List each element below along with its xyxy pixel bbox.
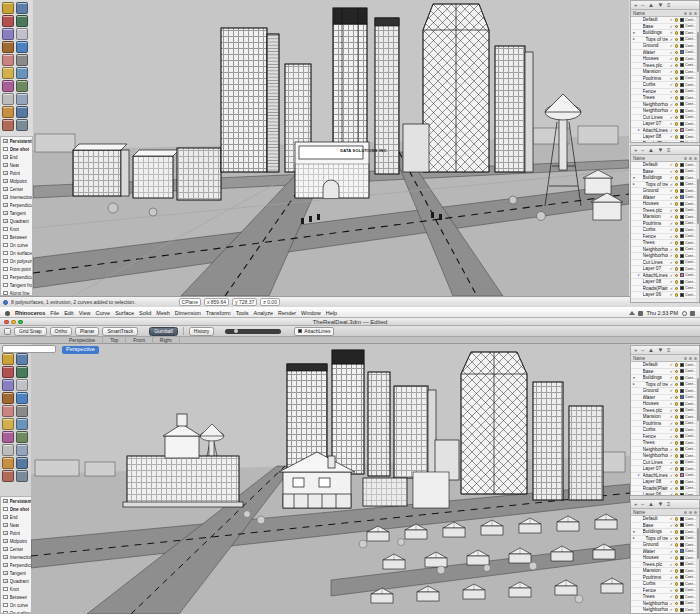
snap-toggle-button[interactable]: Ortho: [50, 327, 73, 336]
checkbox[interactable]: ✓: [3, 539, 8, 544]
osnap-item[interactable]: Knot: [1, 225, 32, 233]
layer-visibility-bulb-icon[interactable]: [675, 582, 679, 586]
layer-visibility-bulb-icon[interactable]: [675, 370, 679, 374]
layer-color-swatch[interactable]: [680, 89, 684, 93]
app-menu[interactable]: Rhinoceros: [15, 310, 45, 316]
osnap-item[interactable]: Perpendicular from: [1, 273, 32, 281]
layer-color-swatch[interactable]: [680, 293, 684, 297]
tool-icon[interactable]: [16, 379, 28, 391]
tool-icon[interactable]: [2, 392, 14, 404]
layer-visibility-bulb-icon[interactable]: [675, 524, 679, 528]
tool-icon[interactable]: [16, 28, 28, 40]
layer-color-swatch[interactable]: [680, 480, 684, 484]
layer-visibility-bulb-icon[interactable]: [675, 109, 679, 113]
menu-clock[interactable]: Thu 2:33 PM: [647, 310, 679, 316]
layer-color-swatch[interactable]: [680, 369, 684, 373]
layer-on-check[interactable]: ✓: [670, 266, 673, 271]
panel-toolbar-icon[interactable]: ▲: [648, 146, 654, 154]
layer-visibility-bulb-icon[interactable]: [675, 467, 679, 471]
layer-on-check[interactable]: ✓: [670, 581, 673, 586]
layer-color-swatch[interactable]: [680, 517, 684, 521]
osnap-item[interactable]: ✓ End: [1, 153, 32, 161]
tool-icon[interactable]: [16, 80, 28, 92]
layer-visibility-bulb-icon[interactable]: [675, 116, 679, 120]
layer-visibility-bulb-icon[interactable]: [675, 248, 679, 252]
tool-icon[interactable]: [2, 41, 14, 53]
layer-visibility-bulb-icon[interactable]: [675, 57, 679, 61]
osnap-item[interactable]: ✓ End: [1, 513, 32, 521]
panel-toolbar-icon[interactable]: +: [634, 146, 638, 154]
layer-visibility-bulb-icon[interactable]: [675, 563, 679, 567]
checkbox[interactable]: [3, 275, 8, 280]
spotlight-search-icon[interactable]: [682, 311, 687, 316]
layer-visibility-bulb-icon[interactable]: [675, 183, 679, 187]
layer-visibility-bulb-icon[interactable]: [675, 83, 679, 87]
checkbox[interactable]: ✓: [3, 579, 8, 584]
layer-visibility-bulb-icon[interactable]: [675, 209, 679, 213]
layer-color-swatch[interactable]: [680, 221, 684, 225]
layer-on-check[interactable]: ✓: [670, 460, 673, 465]
layer-color-swatch[interactable]: [680, 37, 684, 41]
menu-item[interactable]: Mesh: [156, 310, 169, 316]
viewport-perspective-city[interactable]: [31, 344, 630, 614]
layer-on-check[interactable]: ✓: [670, 175, 673, 180]
active-viewport-label[interactable]: Perspective: [62, 346, 99, 354]
layer-color-swatch[interactable]: [680, 395, 684, 399]
menu-item[interactable]: Window: [301, 310, 321, 316]
layer-on-check[interactable]: ✓: [670, 253, 673, 258]
checkbox[interactable]: [3, 507, 8, 512]
tool-icon[interactable]: [2, 54, 14, 66]
osnap-item[interactable]: Between: [1, 593, 32, 601]
checkbox[interactable]: [3, 603, 8, 608]
layer-on-check[interactable]: ✓: [670, 516, 673, 521]
layer-color-swatch[interactable]: [680, 182, 684, 186]
layer-on-check[interactable]: ✓: [670, 414, 673, 419]
layer-row[interactable]: Layer 06 ✓ Cont...: [631, 492, 699, 496]
layer-visibility-bulb-icon[interactable]: [675, 454, 679, 458]
layer-color-swatch[interactable]: [680, 31, 684, 35]
layer-visibility-bulb-icon[interactable]: [675, 474, 679, 478]
layer-color-swatch[interactable]: [680, 280, 684, 284]
layer-on-check[interactable]: ✓: [670, 447, 673, 452]
layer-visibility-bulb-icon[interactable]: [675, 189, 679, 193]
layer-color-swatch[interactable]: [680, 382, 684, 386]
layer-on-check[interactable]: ✓: [670, 549, 673, 554]
viewport-tab[interactable]: Perspective: [62, 337, 103, 344]
layer-visibility-bulb-icon[interactable]: [675, 435, 679, 439]
checkbox[interactable]: [3, 235, 8, 240]
panel-toolbar-icon[interactable]: ▼: [657, 146, 663, 154]
layer-on-check[interactable]: ✓: [670, 286, 673, 291]
layer-on-check[interactable]: ✓: [670, 234, 673, 239]
toolbar-slider[interactable]: [225, 329, 281, 334]
layer-visibility-bulb-icon[interactable]: [675, 487, 679, 491]
tool-icon[interactable]: [16, 457, 28, 469]
tool-icon[interactable]: [2, 15, 14, 27]
layer-visibility-bulb-icon[interactable]: [675, 287, 679, 291]
layer-on-check[interactable]: ✓: [670, 486, 673, 491]
osnap-item[interactable]: ✓ Tangent: [1, 569, 32, 577]
layer-on-check[interactable]: ✓: [670, 134, 673, 139]
disclosure-triangle-icon[interactable]: ▾: [633, 31, 636, 35]
layer-color-swatch[interactable]: [680, 169, 684, 173]
osnap-oneshot-toggle[interactable]: One shot: [1, 505, 32, 513]
osnap-item[interactable]: On surface: [1, 249, 32, 257]
menu-item[interactable]: Analyze: [253, 310, 273, 316]
layer-visibility-bulb-icon[interactable]: [675, 363, 679, 367]
panel-toolbar-icon[interactable]: −: [641, 146, 645, 154]
layer-visibility-bulb-icon[interactable]: [675, 135, 679, 139]
disclosure-triangle-icon[interactable]: ▸: [633, 536, 636, 540]
layer-color-swatch[interactable]: [680, 575, 684, 579]
layer-on-check[interactable]: ✓: [670, 594, 673, 599]
cplane-pane[interactable]: CPlane: [179, 298, 201, 306]
tool-icon[interactable]: [16, 15, 28, 27]
osnap-item[interactable]: Between: [1, 233, 32, 241]
checkbox[interactable]: [3, 587, 8, 592]
layer-visibility-bulb-icon[interactable]: [675, 441, 679, 445]
layer-on-check[interactable]: ✓: [670, 588, 673, 593]
panel-toolbar-icon[interactable]: ▲: [648, 346, 654, 354]
checkbox[interactable]: [3, 243, 8, 248]
layer-color-swatch[interactable]: [680, 18, 684, 22]
layer-color-swatch[interactable]: [680, 408, 684, 412]
checkbox[interactable]: ✓: [3, 499, 8, 504]
checkbox[interactable]: ✓: [3, 523, 8, 528]
